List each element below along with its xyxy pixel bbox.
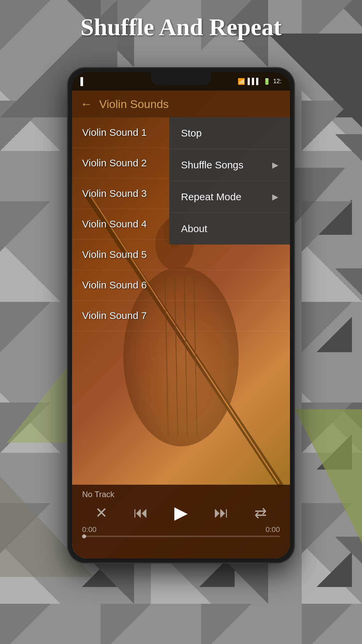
- repeat-label: Repeat Mode: [181, 191, 241, 203]
- playback-controls: ✕ ⏮ ▶ ⏭ ⇄: [82, 502, 280, 523]
- menu-item-about[interactable]: About: [169, 213, 290, 245]
- shuffle-arrow-icon: ▶: [272, 160, 278, 170]
- prev-button[interactable]: ⏮: [133, 504, 148, 521]
- signal-icon: ▌▌▌: [248, 78, 260, 85]
- menu-item-shuffle[interactable]: Shuffle Songs ▶: [169, 149, 290, 181]
- current-track-name: No Track: [82, 490, 280, 499]
- app-header: ← Violin Sounds: [72, 91, 290, 117]
- track-name-4: Violin Sound 4: [82, 218, 147, 229]
- track-name-6: Violin Sound 6: [82, 279, 147, 290]
- shuffle-button[interactable]: ✕: [95, 504, 108, 521]
- phone-inner: ▌ 📶 ▌▌▌ 🔋 12:: [72, 72, 290, 558]
- status-bar-right: 📶 ▌▌▌ 🔋 12:: [238, 78, 282, 85]
- app-title-label: Violin Sounds: [99, 98, 169, 111]
- list-item[interactable]: Violin Sound 7: [72, 301, 290, 331]
- progress-bar[interactable]: [82, 536, 280, 537]
- player-bar: No Track ✕ ⏮ ▶ ⏭ ⇄ 0:00 0:00: [72, 485, 290, 558]
- back-button[interactable]: ←: [80, 97, 93, 111]
- track-name-2: Violin Sound 2: [82, 157, 147, 168]
- about-label: About: [181, 223, 207, 234]
- time-display: 12:: [273, 78, 282, 85]
- shuffle-label: Shuffle Songs: [181, 159, 243, 171]
- menu-item-repeat[interactable]: Repeat Mode ▶: [169, 181, 290, 213]
- next-button[interactable]: ⏭: [214, 504, 229, 521]
- menu-item-stop[interactable]: Stop: [169, 117, 290, 149]
- wifi-icon: 📶: [238, 78, 245, 85]
- list-item[interactable]: Violin Sound 6: [72, 270, 290, 301]
- track-name-3: Violin Sound 3: [82, 188, 147, 199]
- progress-indicator: [82, 534, 86, 538]
- track-name-1: Violin Sound 1: [82, 127, 147, 138]
- phone-notch: [151, 72, 211, 86]
- bg-triangle-3: [295, 409, 362, 543]
- phone-frame: ▌ 📶 ▌▌▌ 🔋 12:: [67, 67, 295, 564]
- repeat-arrow-icon: ▶: [272, 192, 278, 202]
- page-title: Shuffle And Repeat: [0, 13, 362, 41]
- stop-label: Stop: [181, 127, 202, 139]
- time-display-row: 0:00 0:00: [82, 525, 280, 534]
- time-total: 0:00: [265, 525, 280, 534]
- track-name-5: Violin Sound 5: [82, 249, 147, 260]
- bg-triangle-6: [7, 359, 74, 443]
- time-elapsed: 0:00: [82, 525, 97, 534]
- dropdown-menu: Stop Shuffle Songs ▶ Repeat Mode ▶ About: [169, 117, 290, 245]
- repeat-button[interactable]: ⇄: [254, 504, 267, 521]
- battery-icon: 🔋: [263, 78, 270, 85]
- track-name-7: Violin Sound 7: [82, 310, 147, 321]
- status-signal-left: ▌: [80, 77, 86, 86]
- play-button[interactable]: ▶: [174, 502, 188, 523]
